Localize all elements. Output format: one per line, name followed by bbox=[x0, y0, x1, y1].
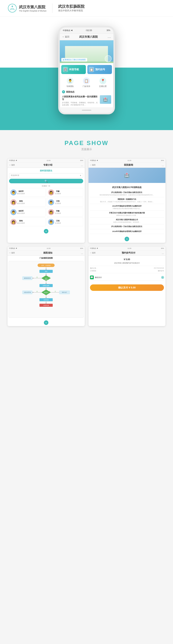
news-item-title-2: 我院迎来一批德国实习生 bbox=[90, 198, 164, 200]
svg-marker-38 bbox=[46, 297, 47, 298]
flow-content: 门诊就医流程图 挂号、分诊就诊 就诊 bbox=[7, 256, 85, 326]
badge-star-icon: ★ bbox=[63, 59, 64, 61]
doctor-card-7[interactable]: 👩 陈艳 副主任医师 bbox=[9, 218, 46, 226]
quick-buttons-row: 🏥 科室导航 📋 预约挂号 bbox=[60, 63, 113, 76]
payment-status-bar: 中国电信 ◀ 12:20 30% bbox=[88, 246, 166, 250]
location-item[interactable]: 📍 交通位置 bbox=[99, 78, 107, 88]
news-list-item-3[interactable]: 2016年中国临床合理用药大会顺利召开 为顺利促进合理合规的医用解决专题大会… bbox=[90, 204, 164, 211]
flow-time: 12:20 bbox=[47, 248, 50, 249]
svg-marker-5 bbox=[46, 269, 47, 270]
payment-type-row: 订单类型： 预约挂号 bbox=[90, 270, 164, 272]
news-item-desc-1: 医生招房发现万余元现金后主动联系院方，以备找到失主的基本情况及联系方式… bbox=[90, 194, 164, 196]
dept-placeholder: 请选择科室 bbox=[11, 174, 19, 177]
search-icon: 🔍 bbox=[44, 180, 48, 182]
news-item-desc-5: 信息公示内容包括医院地址、科室说明… bbox=[90, 221, 164, 223]
svg-text:住院办理手续: 住院办理手续 bbox=[24, 292, 31, 293]
svg-marker-24 bbox=[46, 288, 47, 290]
phone-more-button[interactable]: ... bbox=[108, 35, 111, 39]
news-list-item-2[interactable]: 我院迎来一批德国实习生 我们今天，共迎接了779名来自国际科技高校的学生们，在签… bbox=[90, 197, 164, 204]
doctor-avatar-1: 👨 bbox=[10, 189, 16, 196]
badge-text: 医保定点 三级公立综合医院 bbox=[65, 58, 86, 61]
payment-method-row[interactable]: 💬 微信支付 bbox=[90, 274, 164, 281]
order-label: 预约订单： bbox=[90, 267, 98, 269]
doctor-info-7: 陈艳 副主任医师 bbox=[17, 220, 25, 224]
flow-back[interactable]: ＜ 返回 bbox=[9, 252, 15, 254]
logo-area: ✚ 武汉市第八医院 The Eighth Hospital of Wuhan bbox=[7, 4, 46, 13]
flow-status-bar: 中国电信 ◀ 12:20 30% bbox=[7, 246, 85, 250]
payment-back[interactable]: ＜ 返回 bbox=[90, 252, 96, 254]
flow-more[interactable]: ... bbox=[81, 252, 83, 254]
doctor-more[interactable]: ... bbox=[81, 164, 83, 167]
doctor-card-2[interactable]: 👩 刘敏 主治医师 bbox=[47, 188, 83, 197]
doctor-back[interactable]: ＜ 返回 bbox=[9, 164, 15, 166]
radio-dot bbox=[162, 277, 163, 278]
doctor-time: 12:20 bbox=[47, 160, 50, 161]
doctor-avatar-3: 👩 bbox=[10, 199, 16, 205]
news-image: 🏥 bbox=[100, 95, 111, 104]
svg-text:✚: ✚ bbox=[11, 5, 13, 8]
expert-team-label: 专家团队 bbox=[66, 85, 74, 88]
news-list-item-6[interactable]: 护士招房发现一万余元现金 连夜交还至主 bbox=[90, 224, 164, 229]
nav-department-icon: 🏥 bbox=[63, 67, 68, 72]
doctor-search-screen: 中国电信 ◀ 12:20 30% ＜ 返回 专家介绍 ... 按科室找医生 请选… bbox=[7, 159, 85, 243]
clinic-schedule-item[interactable]: 📋 门诊安排 bbox=[83, 78, 90, 88]
dept-select[interactable]: 请选择科室 ▼ bbox=[9, 173, 83, 178]
doctor-name-8: 王恒 bbox=[55, 220, 61, 222]
page-show-subtitle: 页面展示 bbox=[7, 148, 166, 151]
appointment-button[interactable]: 📋 预约挂号 bbox=[87, 65, 112, 74]
news-fab[interactable]: + bbox=[125, 237, 129, 241]
doctor-avatar-6: 👩 bbox=[48, 209, 54, 215]
location-label: 交通位置 bbox=[99, 85, 107, 88]
svg-text:否: 否 bbox=[55, 291, 56, 292]
news-title: 八医院离退休老同志欢聚一堂共渡重阳节 bbox=[62, 95, 98, 101]
expert-team-item[interactable]: 👨‍⚕️ 专家团队 bbox=[66, 78, 74, 88]
news-back[interactable]: ＜ 返回 bbox=[90, 164, 96, 166]
news-list-item-7[interactable]: 2016年中国临床合理用药大会顺利召开 bbox=[90, 229, 164, 234]
nav-department-button[interactable]: 🏥 科室导航 bbox=[61, 65, 86, 74]
doctor-card-5[interactable]: 👨 徐跃军 副主任医师 bbox=[9, 208, 46, 216]
clinic-schedule-icon: 📋 bbox=[83, 78, 90, 84]
news-list-item-1[interactable]: 护士招房发现一万余元现金 连夜交还至主 医生招房发现万余元现金后主动联系院方，以… bbox=[90, 190, 164, 197]
news-list-item-4[interactable]: 开展卫生计生重点问题专项整治行动的实施方案 保障科技社区成效提出大方案… bbox=[90, 211, 164, 218]
flow-fab[interactable]: + bbox=[44, 320, 48, 325]
payment-order-row: 预约订单： 201704232318 bbox=[90, 267, 164, 269]
doctor-card-6[interactable]: 👩 刘敏 主治医师 bbox=[47, 208, 83, 216]
doctor-fab[interactable]: + bbox=[44, 229, 48, 234]
payment-screen: 中国电信 ◀ 12:20 30% ＜ 返回 预约挂号支付 ... ¥ 5.00 … bbox=[88, 246, 166, 326]
doctor-avatar-8: 👨 bbox=[48, 219, 54, 225]
news-item-title-3: 2016年中国临床合理用药大会顺利召开 bbox=[90, 205, 164, 207]
doctor-card-4[interactable]: 👨 王恒 主治医师 bbox=[47, 198, 83, 206]
news-list-item-5[interactable]: 武汉市第八医院环境信息公示 信息公示内容包括医院地址、科室说明… bbox=[90, 218, 164, 224]
news-more[interactable]: ... bbox=[162, 164, 164, 167]
payment-more[interactable]: ... bbox=[162, 252, 164, 254]
nav-department-label: 科室导航 bbox=[69, 68, 79, 71]
doctor-info-4: 王恒 主治医师 bbox=[55, 200, 61, 204]
news-item[interactable]: 八医院离退休老同志欢聚一堂共渡重阳节 岁月重量，平素兼备、防晒辅佐、给钱补给，在… bbox=[60, 94, 113, 108]
search-bar[interactable]: 🔍 bbox=[9, 179, 83, 183]
hero-section: 中国电信 ◀ 12:20 30% ＜ 返回 武汉市第八医院 ... ★ 医保定点… bbox=[0, 16, 173, 130]
doctor-grid: 👨 徐跃军 副主任医师 👩 刘敏 主治医师 bbox=[9, 188, 83, 226]
doctor-name-5: 徐跃军 bbox=[17, 210, 25, 212]
news-item-desc-3: 为顺利促进合理合规的医用解决专题大会… bbox=[90, 208, 164, 210]
doctor-content: 按科室找医生 请选择科室 ▼ 🔍 肛肠病一区 👨 徐跃军 副主任医师 bbox=[7, 168, 85, 235]
svg-text:是: 是 bbox=[36, 277, 38, 278]
payment-time: 12:20 bbox=[127, 248, 131, 249]
news-item-title-4: 开展卫生计生重点问题专项整治行动的实施方案 bbox=[90, 212, 164, 214]
doctor-card-8[interactable]: 👨 王恒 主治医师 bbox=[47, 218, 83, 226]
phone-back-button[interactable]: ＜ 返回 bbox=[62, 35, 69, 38]
svg-text:收费处缴费: 收费处缴费 bbox=[43, 285, 49, 286]
payment-method-label: 微信支付 bbox=[95, 276, 102, 279]
payment-method-radio[interactable] bbox=[161, 276, 164, 279]
doctor-avatar-7: 👩 bbox=[10, 219, 16, 225]
news-main-title[interactable]: 武汉市第八医院2017年招聘信息 bbox=[90, 186, 164, 189]
doctor-card-3[interactable]: 👩 陈艳 副主任医师 bbox=[9, 198, 46, 206]
doctor-info-1: 徐跃军 副主任医师 bbox=[17, 190, 25, 195]
payment-carrier: 中国电信 ◀ bbox=[90, 247, 98, 250]
confirm-payment-button[interactable]: 确认支付 ¥ 5.00 bbox=[90, 284, 164, 291]
svg-text:就诊: 就诊 bbox=[45, 271, 47, 272]
svg-text:取药/治疗: 取药/治疗 bbox=[62, 292, 67, 293]
doctor-name-7: 陈艳 bbox=[17, 220, 25, 222]
doctor-card-1[interactable]: 👨 徐跃军 副主任医师 bbox=[9, 188, 46, 197]
doctor-info-8: 王恒 主治医师 bbox=[55, 220, 61, 224]
doctor-avatar-2: 👩 bbox=[48, 189, 54, 196]
